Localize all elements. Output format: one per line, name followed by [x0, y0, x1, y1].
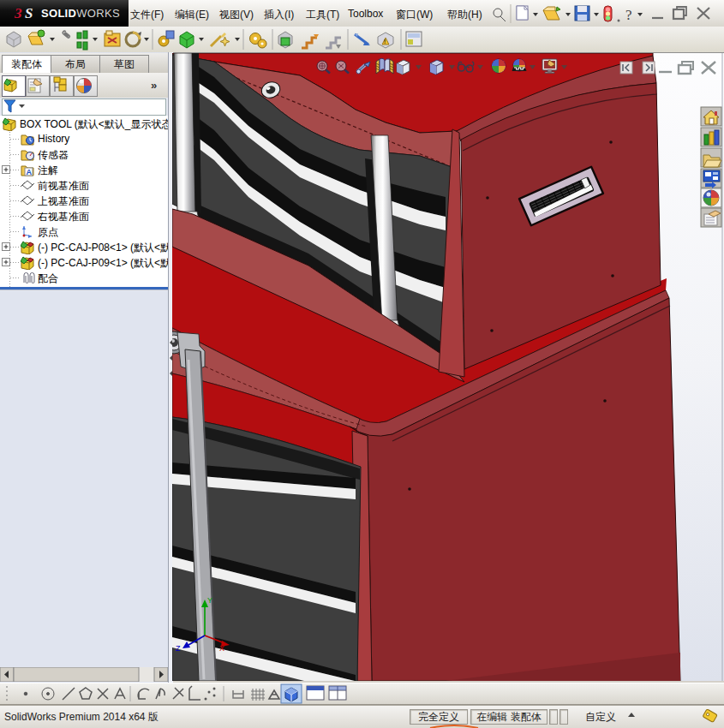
svg-text:З: З: [14, 5, 22, 21]
svg-text:Z: Z: [176, 644, 181, 653]
svg-text:Y: Y: [207, 596, 212, 605]
svg-text:!: !: [384, 38, 386, 45]
svg-text:?: ?: [625, 7, 632, 23]
svg-text:A: A: [27, 168, 33, 176]
svg-text:»: »: [151, 79, 157, 92]
svg-text:S: S: [25, 5, 33, 21]
svg-text:SOLIDWORKS: SOLIDWORKS: [41, 7, 120, 20]
svg-text:X: X: [219, 644, 224, 653]
